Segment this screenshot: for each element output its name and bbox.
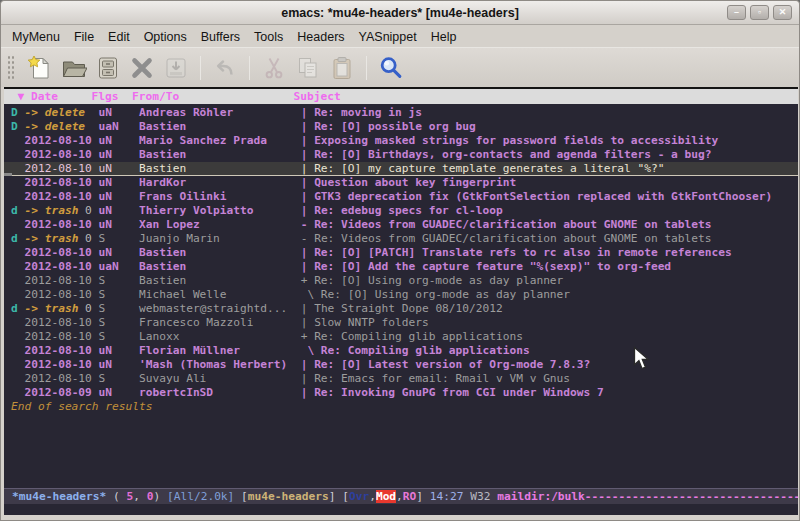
paste-icon [329, 55, 355, 81]
kill-buffer-icon[interactable] [129, 55, 155, 81]
message-row[interactable]: 2012-08-10 uaN Bastien | Re: [O] Add the… [4, 260, 798, 274]
tool-bar [1, 47, 799, 87]
message-row[interactable]: d -> trash 0 uN Thierry Volpiatto | Re: … [4, 204, 798, 218]
close-button[interactable]: ✕ [773, 5, 792, 20]
copy-icon [295, 55, 321, 81]
maximize-button[interactable]: ▫ [750, 5, 769, 20]
menu-edit[interactable]: Edit [101, 28, 137, 46]
message-row[interactable]: D -> delete uaN Bastien | Re: [O] possib… [4, 120, 798, 134]
message-row[interactable]: d -> trash 0 S webmaster@straightd... | … [4, 302, 798, 316]
echo-area[interactable] [4, 504, 798, 515]
fringe-position-marker [4, 173, 12, 176]
save-buffer-icon [163, 55, 189, 81]
menu-bar: MyMenuFileEditOptionsBuffersToolsHeaders… [1, 26, 799, 47]
message-row[interactable]: 2012-08-10 S Suvayu Ali | Re: Emacs for … [4, 372, 798, 386]
message-row[interactable]: 2012-08-10 uN Bastien | Re: [O] Birthday… [4, 148, 798, 162]
mode-line[interactable]: *mu4e-headers* ( 5, 0) [All/2.0k] [mu4e-… [4, 488, 798, 504]
menu-tools[interactable]: Tools [247, 28, 290, 46]
window-title: emacs: *mu4e-headers* [mu4e-headers] [281, 6, 519, 20]
menu-file[interactable]: File [67, 28, 101, 46]
menu-mymenu[interactable]: MyMenu [5, 28, 67, 46]
message-row[interactable]: 2012-08-10 uN 'Mash (Thomas Herbert) | R… [4, 358, 798, 372]
file-cabinet-icon[interactable] [95, 55, 121, 81]
open-folder-icon[interactable] [61, 55, 87, 81]
menu-buffers[interactable]: Buffers [194, 28, 247, 46]
message-row[interactable]: 2012-08-10 S Michael Welle \ Re: [O] Usi… [4, 288, 798, 302]
mu4e-headers-buffer: ▼ Date Flgs From/To Subject D -> delete … [4, 87, 798, 515]
message-row[interactable]: D -> delete uN Andreas Röhler | Re: movi… [4, 106, 798, 120]
menu-yasnippet[interactable]: YASnippet [352, 28, 424, 46]
message-row[interactable]: 2012-08-10 uN HardKor | Question about k… [4, 176, 798, 190]
message-row[interactable]: 2012-08-10 uN Bastien | Re: [O] [PATCH] … [4, 246, 798, 260]
header-rows: D -> delete uN Andreas Röhler | Re: movi… [4, 104, 798, 400]
minimize-button[interactable]: – [727, 5, 746, 20]
message-row[interactable]: 2012-08-09 uN robertcInSD | Re: Invoking… [4, 386, 798, 400]
message-row[interactable]: 2012-08-10 S Francesco Mazzoli | Slow NN… [4, 316, 798, 330]
message-row[interactable]: 2012-08-10 uN Florian Müllner \ Re: Comp… [4, 344, 798, 358]
cut-icon [261, 55, 287, 81]
mouse-cursor [633, 346, 651, 376]
window-controls: –▫✕ [727, 5, 792, 20]
message-row-current[interactable]: 2012-08-10 uN Bastien | Re: [O] my captu… [4, 162, 798, 176]
message-row[interactable]: 2012-08-10 S Lanoxx + Re: Compiling glib… [4, 330, 798, 344]
message-row[interactable]: 2012-08-10 uN Xan Lopez - Re: Videos fro… [4, 218, 798, 232]
menu-help[interactable]: Help [424, 28, 464, 46]
headers-column-header[interactable]: ▼ Date Flgs From/To Subject [4, 89, 798, 104]
toolbar-grip[interactable] [7, 55, 15, 81]
message-row[interactable]: 2012-08-10 uN Mario Sanchez Prada | Expo… [4, 134, 798, 148]
end-of-search-results: End of search results [4, 400, 798, 414]
search-icon[interactable] [378, 55, 404, 81]
message-row[interactable]: 2012-08-10 S Bastien + Re: [O] Using org… [4, 274, 798, 288]
toolbar-separator [366, 56, 367, 80]
emacs-window: emacs: *mu4e-headers* [mu4e-headers] –▫✕… [0, 0, 800, 521]
menu-headers[interactable]: Headers [290, 28, 351, 46]
new-file-icon[interactable] [27, 55, 53, 81]
title-bar[interactable]: emacs: *mu4e-headers* [mu4e-headers] –▫✕ [1, 1, 799, 25]
message-row[interactable]: d -> trash 0 S Juanjo Marin - Re: Videos… [4, 232, 798, 246]
message-row[interactable]: 2012-08-10 uN Frans Oilinki | GTK3 depre… [4, 190, 798, 204]
toolbar-separator [249, 56, 250, 80]
toolbar-separator [200, 56, 201, 80]
undo-icon [212, 55, 238, 81]
menu-options[interactable]: Options [137, 28, 194, 46]
